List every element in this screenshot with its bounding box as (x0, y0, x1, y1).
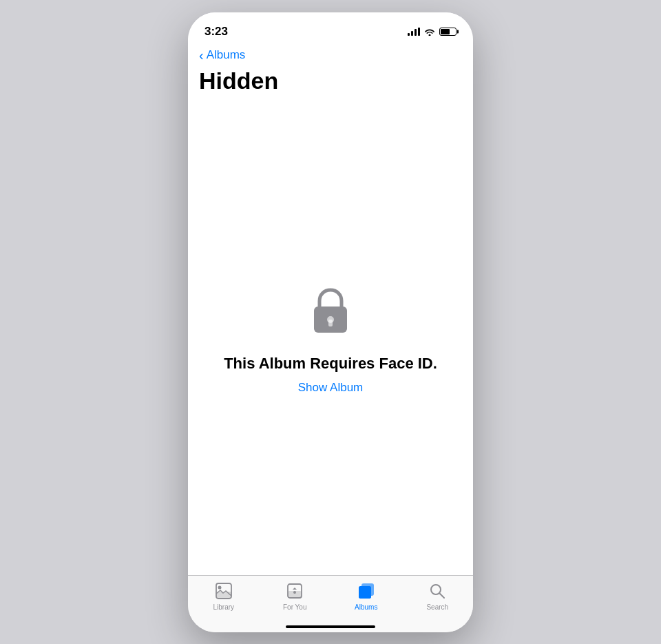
show-album-button[interactable]: Show Album (298, 381, 364, 395)
albums-tab-icon (357, 581, 376, 601)
for-you-tab-icon (285, 581, 304, 601)
battery-icon (439, 28, 457, 36)
back-button[interactable]: ‹ Albums (199, 48, 245, 62)
main-content: This Album Requires Face ID. Show Album (188, 105, 473, 575)
svg-point-5 (218, 585, 221, 589)
lock-icon (308, 286, 353, 338)
wifi-icon (424, 28, 435, 36)
library-tab-label: Library (213, 603, 234, 611)
tab-search[interactable]: Search (402, 581, 474, 611)
for-you-tab-label: For You (283, 603, 306, 611)
svg-point-8 (293, 591, 296, 594)
nav-bar: ‹ Albums (188, 43, 473, 65)
search-tab-label: Search (426, 603, 448, 611)
back-chevron-icon: ‹ (199, 48, 204, 62)
status-icons (408, 28, 457, 36)
library-tab-icon (214, 581, 233, 601)
tab-bar: Library For You (188, 575, 473, 632)
back-label: Albums (207, 48, 246, 62)
phone-frame: 3:23 ‹ Albums (188, 12, 473, 632)
tab-for-you[interactable]: For You (260, 581, 331, 611)
tab-albums[interactable]: Albums (330, 581, 402, 611)
signal-icon (408, 28, 420, 36)
home-indicator (286, 625, 375, 628)
status-bar: 3:23 (188, 12, 473, 43)
face-id-title: This Album Requires Face ID. (224, 355, 437, 373)
page-title: Hidden (199, 67, 462, 94)
search-tab-icon (428, 581, 447, 601)
svg-line-13 (440, 593, 445, 598)
tab-library[interactable]: Library (188, 581, 260, 611)
page-title-container: Hidden (188, 65, 473, 105)
svg-rect-2 (328, 320, 333, 326)
status-time: 3:23 (204, 25, 228, 39)
svg-rect-11 (359, 586, 371, 599)
albums-tab-label: Albums (355, 603, 377, 611)
